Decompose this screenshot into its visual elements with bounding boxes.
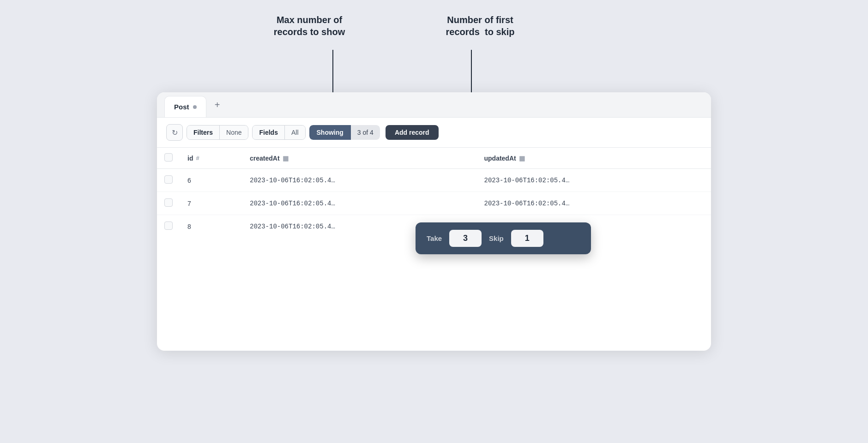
tab-bar: Post + xyxy=(157,92,711,118)
filters-group[interactable]: Filters None xyxy=(187,125,248,140)
row-checkbox-cell xyxy=(157,215,180,238)
row-updatedAt: 2023-10-06T16:02:05.4… xyxy=(476,192,711,215)
annotation-skip-records: Number of firstrecords to skip xyxy=(425,14,536,38)
col-header-createdAt: createdAt ▦ xyxy=(242,148,476,169)
table-row: 6 2023-10-06T16:02:05.4… 2023-10-06T16:0… xyxy=(157,169,711,192)
row-createdAt: 2023-10-06T16:02:05.4… xyxy=(242,169,476,192)
hash-icon: # xyxy=(196,155,199,162)
take-label: Take xyxy=(427,234,442,242)
add-tab-button[interactable]: + xyxy=(210,97,225,112)
row-id: 6 xyxy=(180,169,242,192)
calendar-icon-updated: ▦ xyxy=(519,155,525,162)
refresh-button[interactable]: ↻ xyxy=(166,124,183,141)
fields-label[interactable]: Fields xyxy=(253,126,284,139)
showing-label[interactable]: Showing xyxy=(309,125,351,140)
filters-value: None xyxy=(220,126,248,139)
calendar-icon-created: ▦ xyxy=(283,155,289,162)
row-checkbox-cell xyxy=(157,192,180,215)
row-checkbox[interactable] xyxy=(164,175,173,184)
col-createdAt-label: createdAt xyxy=(250,155,280,162)
fields-group[interactable]: Fields All xyxy=(252,125,305,140)
col-updatedAt-label: updatedAt xyxy=(484,155,516,162)
skip-input[interactable] xyxy=(511,230,543,247)
row-updatedAt: 2023-10-06T16:02:05.4… xyxy=(476,169,711,192)
toolbar: ↻ Filters None Fields All Showing 3 of 4… xyxy=(157,118,711,148)
fields-value: All xyxy=(285,126,305,139)
annotation-max-records: Max number ofrecords to show xyxy=(254,14,365,38)
add-record-button[interactable]: Add record xyxy=(386,125,439,140)
row-checkbox-cell xyxy=(157,169,180,192)
filters-label[interactable]: Filters xyxy=(187,126,220,139)
table-header-row: id # createdAt ▦ updatedAt ▦ xyxy=(157,148,711,169)
skip-label: Skip xyxy=(489,234,504,242)
col-header-id: id # xyxy=(180,148,242,169)
col-header-checkbox xyxy=(157,148,180,169)
row-id: 7 xyxy=(180,192,242,215)
showing-value: 3 of 4 xyxy=(351,125,380,140)
tab-post-label: Post xyxy=(174,103,189,111)
refresh-icon: ↻ xyxy=(172,128,178,137)
row-checkbox[interactable] xyxy=(164,222,173,230)
showing-popover: Take Skip xyxy=(416,222,591,254)
table-row: 7 2023-10-06T16:02:05.4… 2023-10-06T16:0… xyxy=(157,192,711,215)
header-checkbox[interactable] xyxy=(164,153,173,162)
col-header-updatedAt: updatedAt ▦ xyxy=(476,148,711,169)
main-card: Post + ↻ Filters None Fields All Showing… xyxy=(157,92,711,351)
tab-dot xyxy=(193,105,197,109)
showing-button[interactable]: Showing 3 of 4 xyxy=(309,125,380,140)
row-id: 8 xyxy=(180,215,242,238)
col-id-label: id xyxy=(187,155,193,162)
row-createdAt: 2023-10-06T16:02:05.4… xyxy=(242,192,476,215)
take-input[interactable] xyxy=(449,230,482,247)
tab-post[interactable]: Post xyxy=(164,96,206,117)
row-checkbox[interactable] xyxy=(164,198,173,207)
